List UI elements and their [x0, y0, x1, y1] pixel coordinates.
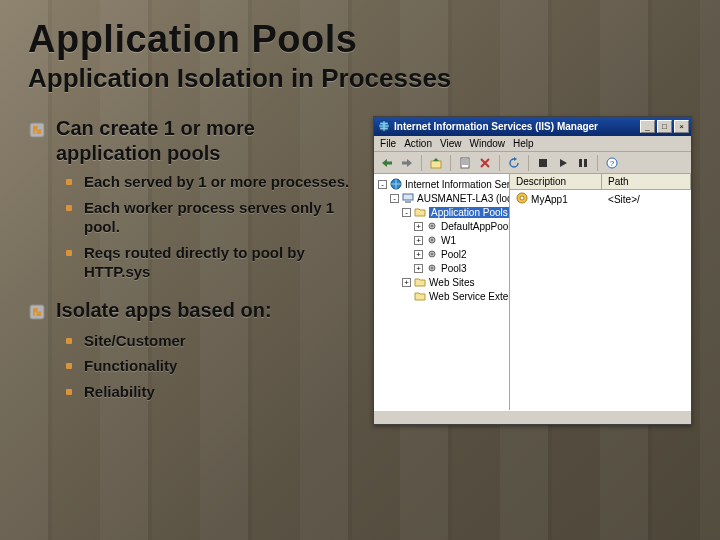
menu-item[interactable]: Window — [469, 138, 505, 149]
gear-icon — [426, 262, 438, 274]
window-titlebar[interactable]: Internet Information Services (IIS) Mana… — [374, 117, 691, 136]
tree-computer[interactable]: - AUSMANET-LA3 (local computer) — [390, 191, 507, 205]
list-header[interactable]: Description Path — [510, 174, 691, 190]
svg-rect-10 — [539, 159, 547, 167]
tree-label: Web Sites — [429, 277, 474, 288]
tree-label: Web Service Extensions — [429, 291, 510, 302]
toolbar-help-button[interactable]: ? — [603, 155, 621, 171]
window-title: Internet Information Services (IIS) Mana… — [394, 121, 598, 132]
window-close-button[interactable]: × — [674, 120, 689, 133]
bullet-arrow-icon — [28, 303, 46, 325]
toolbar-back-button[interactable] — [378, 155, 396, 171]
menu-item[interactable]: View — [440, 138, 462, 149]
gear-icon — [426, 220, 438, 232]
toolbar-delete-button[interactable] — [476, 155, 494, 171]
status-bar — [374, 410, 691, 424]
svg-point-23 — [431, 253, 433, 255]
svg-rect-16 — [403, 194, 413, 200]
expander-icon[interactable]: + — [414, 264, 423, 273]
sub-bullet-list: Each served by 1 or more processes. Each… — [56, 172, 359, 282]
gear-icon — [426, 248, 438, 260]
column-header[interactable]: Path — [602, 174, 691, 189]
slide-subtitle: Application Isolation in Processes — [28, 63, 692, 94]
tree-label: W1 — [441, 235, 456, 246]
tree-label: Application Pools — [429, 207, 510, 218]
toolbar-stop-button[interactable] — [534, 155, 552, 171]
list-item[interactable]: MyApp1 <Site>/ — [510, 190, 691, 208]
cell-text: <Site>/ — [608, 194, 640, 205]
svg-rect-12 — [584, 159, 587, 167]
sub-bullet: Reliability — [62, 382, 359, 402]
window-maximize-button[interactable]: □ — [657, 120, 672, 133]
toolbar: ? — [374, 152, 691, 174]
section-heading: Isolate apps based on: — [56, 298, 272, 323]
list-body[interactable]: MyApp1 <Site>/ — [510, 190, 691, 410]
tree-label: Internet Information Services — [405, 179, 510, 190]
sub-bullet: Site/Customer — [62, 331, 359, 351]
tree-label: DefaultAppPool — [441, 221, 510, 232]
menu-item[interactable]: File — [380, 138, 396, 149]
tree-pool[interactable]: +Pool2 — [414, 247, 507, 261]
app-icon — [516, 192, 528, 206]
toolbar-up-button[interactable] — [427, 155, 445, 171]
toolbar-start-button[interactable] — [554, 155, 572, 171]
expander-icon[interactable]: + — [414, 222, 423, 231]
tree-pool[interactable]: +W1 — [414, 233, 507, 247]
svg-point-27 — [520, 196, 524, 200]
tree-pane[interactable]: - Internet Information Services - AUSMAN — [374, 174, 510, 410]
menu-bar[interactable]: File Action View Window Help — [374, 136, 691, 152]
sub-bullet: Functionality — [62, 356, 359, 376]
tree-label: Pool2 — [441, 249, 467, 260]
tree-extensions[interactable]: Web Service Extensions — [402, 289, 507, 303]
folder-icon — [414, 290, 426, 302]
slide-title: Application Pools — [28, 18, 692, 61]
app-icon — [378, 120, 390, 134]
sub-bullet: Each worker process serves only 1 pool. — [62, 198, 359, 237]
svg-rect-17 — [405, 201, 411, 203]
tree-label: AUSMANET-LA3 (local computer) — [417, 193, 510, 204]
svg-point-25 — [431, 267, 433, 269]
sub-bullet: Each served by 1 or more processes. — [62, 172, 359, 192]
svg-point-21 — [431, 239, 433, 241]
expander-icon[interactable]: - — [390, 194, 399, 203]
menu-item[interactable]: Help — [513, 138, 534, 149]
expander-icon[interactable]: + — [402, 278, 411, 287]
tree-label: Pool3 — [441, 263, 467, 274]
svg-rect-3 — [386, 161, 392, 164]
list-pane: Description Path MyApp1 <Site>/ — [510, 174, 691, 410]
svg-rect-5 — [431, 161, 441, 168]
expander-icon[interactable]: + — [414, 236, 423, 245]
gear-icon — [426, 234, 438, 246]
sub-bullet-list: Site/Customer Functionality Reliability — [56, 331, 359, 402]
toolbar-pause-button[interactable] — [574, 155, 592, 171]
expander-icon[interactable]: + — [414, 250, 423, 259]
bullet-arrow-icon — [28, 121, 46, 143]
globe-icon — [390, 178, 402, 190]
cell-text: MyApp1 — [531, 194, 568, 205]
iis-manager-window: Internet Information Services (IIS) Mana… — [373, 116, 692, 425]
toolbar-properties-button[interactable] — [456, 155, 474, 171]
folder-icon — [414, 206, 426, 218]
tree-pool[interactable]: +DefaultAppPool — [414, 219, 507, 233]
window-minimize-button[interactable]: _ — [640, 120, 655, 133]
svg-point-19 — [431, 225, 433, 227]
computer-icon — [402, 192, 414, 204]
section-heading: Can create 1 or more application pools — [56, 116, 359, 166]
svg-rect-4 — [402, 161, 408, 164]
svg-rect-11 — [579, 159, 582, 167]
menu-item[interactable]: Action — [404, 138, 432, 149]
tree-root[interactable]: - Internet Information Services — [378, 177, 507, 191]
expander-icon[interactable]: - — [378, 180, 387, 189]
tree-websites[interactable]: + Web Sites — [402, 275, 507, 289]
tree-pool[interactable]: +Pool3 — [414, 261, 507, 275]
text-column: Can create 1 or more application pools E… — [28, 116, 359, 417]
sub-bullet: Reqs routed directly to pool by HTTP.sys — [62, 243, 359, 282]
expander-icon — [402, 292, 411, 301]
column-header[interactable]: Description — [510, 174, 602, 189]
toolbar-forward-button[interactable] — [398, 155, 416, 171]
toolbar-refresh-button[interactable] — [505, 155, 523, 171]
expander-icon[interactable]: - — [402, 208, 411, 217]
tree-apppools[interactable]: - Application Pools — [402, 205, 507, 219]
svg-text:?: ? — [610, 159, 615, 168]
folder-icon — [414, 276, 426, 288]
